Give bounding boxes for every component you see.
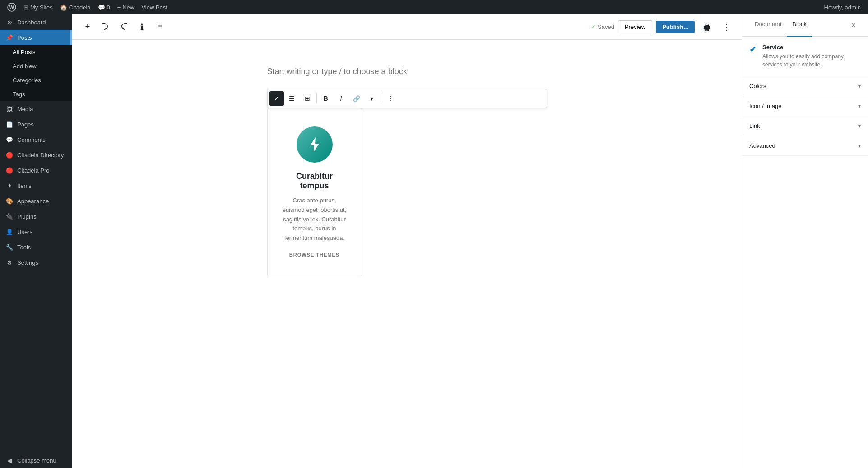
colors-label: Colors xyxy=(749,83,766,89)
gear-icon xyxy=(702,23,711,32)
wp-logo-link[interactable]: W xyxy=(4,0,20,14)
sidebar-item-posts[interactable]: 📌 Posts xyxy=(0,30,72,45)
editor-inner: Start writing or type / to choose a bloc… xyxy=(249,58,565,276)
toolbar-right: ✓ Saved Preview Publish... ⋮ xyxy=(591,19,734,35)
site-name-label: Citadela xyxy=(69,4,91,11)
sidebar-items-label: Items xyxy=(17,183,32,189)
editor-toolbar: + ℹ ≡ ✓ Saved xyxy=(72,14,742,40)
sidebar-item-citadela-directory[interactable]: 🔴 Citadela Directory xyxy=(0,147,72,163)
sidebar-item-categories[interactable]: Categories xyxy=(0,73,72,87)
sidebar-item-items[interactable]: ✦ Items xyxy=(0,178,72,193)
sidebar-item-dashboard[interactable]: ⊙ Dashboard xyxy=(0,14,72,30)
admin-bar-right: Howdy, admin xyxy=(821,0,864,14)
undo-button[interactable] xyxy=(97,19,114,35)
items-icon: ✦ xyxy=(5,182,14,190)
view-post-link[interactable]: View Post xyxy=(138,0,171,14)
main-layout: ⊙ Dashboard 📌 Posts All Posts Add New Ca… xyxy=(0,14,868,468)
italic-icon: I xyxy=(340,95,342,102)
sidebar-pages-label: Pages xyxy=(17,121,34,128)
sidebar-item-all-posts[interactable]: All Posts xyxy=(0,45,72,59)
check-block-icon: ✓ xyxy=(274,95,279,102)
advanced-chevron-icon: ▾ xyxy=(858,143,861,149)
info-icon: ℹ xyxy=(140,22,144,32)
tools-button[interactable]: ≡ xyxy=(152,19,168,35)
sidebar-appearance-label: Appearance xyxy=(17,198,49,205)
sidebar-item-plugins[interactable]: 🔌 Plugins xyxy=(0,209,72,224)
service-description: Allows you to easily add company service… xyxy=(762,52,861,69)
sidebar-item-collapse[interactable]: ◀ Collapse menu xyxy=(0,453,72,468)
link-label: Link xyxy=(749,122,760,129)
sidebar-item-pages[interactable]: 📄 Pages xyxy=(0,117,72,132)
block-more-options-button[interactable]: ⋮ xyxy=(383,91,398,106)
block-italic-button[interactable]: I xyxy=(334,91,348,106)
plus-icon: + xyxy=(117,4,121,11)
admin-bar: W ⊞ My Sites 🏠 Citadela 💬 0 + New View P… xyxy=(0,0,868,14)
preview-button[interactable]: Preview xyxy=(618,20,652,33)
sidebar-citadela-pro-label: Citadela Pro xyxy=(17,167,50,174)
check-icon: ✓ xyxy=(591,23,596,30)
publish-label: Publish... xyxy=(662,23,688,30)
settings-button[interactable] xyxy=(698,19,715,35)
add-block-button[interactable]: + xyxy=(79,19,96,35)
info-button[interactable]: ℹ xyxy=(134,19,150,35)
pages-icon: 📄 xyxy=(5,120,14,128)
my-sites-link[interactable]: ⊞ My Sites xyxy=(20,0,56,14)
block-tab-label: Block xyxy=(792,21,807,28)
tab-document[interactable]: Document xyxy=(749,14,787,37)
sidebar-item-tools[interactable]: 🔧 Tools xyxy=(0,239,72,255)
redo-icon xyxy=(120,22,128,32)
panel-tabs: Document Block × xyxy=(742,14,868,37)
icon-image-section-header[interactable]: Icon / Image ▾ xyxy=(742,96,868,116)
redo-button[interactable] xyxy=(116,19,132,35)
colors-section-header[interactable]: Colors ▾ xyxy=(742,76,868,96)
site-name-link[interactable]: 🏠 Citadela xyxy=(56,0,94,14)
howdy-link[interactable]: Howdy, admin xyxy=(821,0,864,14)
sidebar-item-tags[interactable]: Tags xyxy=(0,87,72,101)
advanced-label: Advanced xyxy=(749,142,775,149)
panel-close-button[interactable]: × xyxy=(846,14,861,36)
saved-label: Saved xyxy=(598,23,614,30)
add-block-icon: + xyxy=(85,22,90,32)
browse-themes-link[interactable]: BROWSE THEMES xyxy=(281,252,348,257)
sidebar-item-users[interactable]: 👤 Users xyxy=(0,224,72,239)
panel-scroll-area[interactable]: ✔ Service Allows you to easily add compa… xyxy=(742,37,868,468)
block-link-button[interactable]: 🔗 xyxy=(349,91,364,106)
add-new-label: Add New xyxy=(13,63,37,70)
dashboard-icon: ⊙ xyxy=(5,18,14,26)
service-check-icon: ✔ xyxy=(749,44,757,55)
sidebar-item-citadela-pro[interactable]: 🔴 Citadela Pro xyxy=(0,163,72,178)
collapse-icon: ◀ xyxy=(5,456,14,464)
right-panel: Document Block × ✔ Service Allows you to… xyxy=(742,14,868,468)
block-grid-button[interactable]: ⊞ xyxy=(300,91,315,106)
colors-section: Colors ▾ xyxy=(742,76,868,96)
block-bold-button[interactable]: B xyxy=(319,91,333,106)
plugins-icon: 🔌 xyxy=(5,212,14,220)
block-toolbar: ✓ ☰ ⊞ B I xyxy=(267,89,547,108)
link-section-header[interactable]: Link ▾ xyxy=(742,116,868,136)
comments-link[interactable]: 💬 0 xyxy=(94,0,114,14)
svg-text:W: W xyxy=(9,5,14,10)
colors-chevron-icon: ▾ xyxy=(858,83,861,89)
block-check-button[interactable]: ✓ xyxy=(269,91,284,106)
tab-block[interactable]: Block xyxy=(787,14,812,37)
block-list-button[interactable]: ☰ xyxy=(285,91,299,106)
publish-button[interactable]: Publish... xyxy=(656,21,695,33)
sidebar-item-appearance[interactable]: 🎨 Appearance xyxy=(0,193,72,209)
editor-content[interactable]: Start writing or type / to choose a bloc… xyxy=(72,40,742,468)
block-more-dropdown-button[interactable]: ▾ xyxy=(365,91,379,106)
sidebar-posts-label: Posts xyxy=(17,34,32,41)
sidebar-item-add-new[interactable]: Add New xyxy=(0,59,72,73)
service-card: Curabitur tempus Cras ante purus, euismo… xyxy=(267,108,362,276)
svg-marker-2 xyxy=(310,137,319,152)
sidebar-item-comments[interactable]: 💬 Comments xyxy=(0,132,72,147)
sidebar-item-media[interactable]: 🖼 Media xyxy=(0,101,72,117)
view-post-label: View Post xyxy=(141,4,167,11)
sidebar-item-settings[interactable]: ⚙ Settings xyxy=(0,255,72,270)
advanced-section-header[interactable]: Advanced ▾ xyxy=(742,136,868,155)
saved-indicator: ✓ Saved xyxy=(591,23,614,30)
sidebar-users-label: Users xyxy=(17,229,32,235)
new-link[interactable]: + New xyxy=(114,0,138,14)
more-options-button[interactable]: ⋮ xyxy=(718,19,734,35)
more-options-icon: ⋮ xyxy=(387,95,394,102)
my-sites-icon: ⊞ xyxy=(23,4,28,11)
